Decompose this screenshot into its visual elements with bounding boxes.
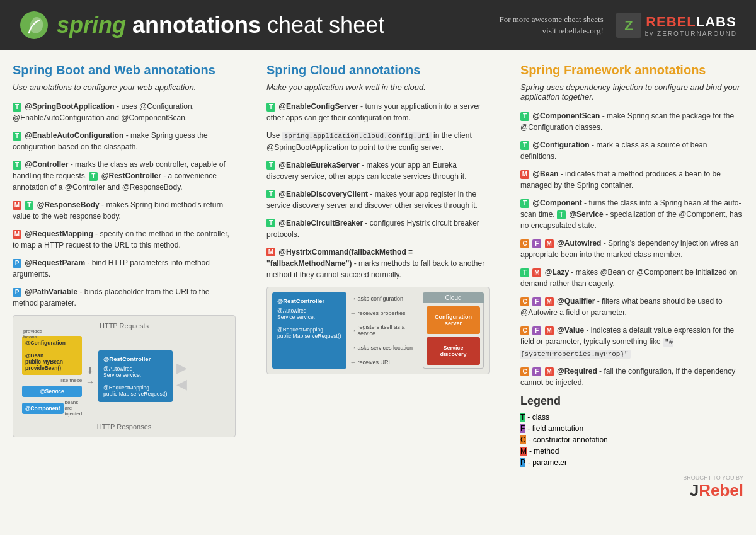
rebel-text: REBEL [646, 14, 696, 30]
brought-to-you: BROUGHT TO YOU BY [520, 475, 743, 481]
entry-responsebody: M T @ResponseBody - makes Spring bind me… [13, 199, 236, 222]
rebel-logo-text: Rebel [699, 481, 743, 500]
j-letter: J [690, 481, 699, 500]
header: spring annotations cheat sheet For more … [0, 0, 756, 50]
service-box: @Service [22, 386, 82, 397]
col2-title: Spring Cloud annotations [266, 63, 490, 78]
big-arrow-left-icon: ◀ [176, 376, 187, 393]
registers-text: registers itself as a service [358, 324, 419, 337]
cloud-diagram: @RestController @Autowired Service servi… [266, 287, 490, 374]
badge-M: M [13, 201, 21, 210]
service-discovery-box: Servicediscovery [427, 337, 480, 365]
asks-config-row: → asks configuration [350, 295, 419, 302]
badge-M: M [266, 248, 275, 256]
entry-springbootapplication: T @SpringBootApplication - uses @Configu… [13, 101, 236, 124]
cheat-sheet-word: cheat sheet [267, 12, 384, 38]
cloud-diagram-inner: @RestController @Autowired Service servi… [272, 292, 484, 369]
jrebel-logo: JRebel [520, 481, 743, 500]
entry-pathvariable: P @PathVariable - binds placeholder from… [13, 286, 236, 309]
col-divider-1 [251, 63, 251, 500]
badge-C-legend: C [520, 435, 526, 444]
col3-subtitle: Spring uses dependency injection to conf… [520, 83, 743, 101]
cloud-autowired: @Autowired [277, 308, 341, 314]
badge-T: T [25, 201, 33, 210]
receives-url-text: receives URL [358, 359, 392, 365]
labs-text: LABS [696, 14, 736, 30]
badge-M-legend: M [520, 447, 527, 456]
tagline: For more awesome cheat sheets visit rebe… [499, 14, 603, 37]
legend-title: Legend [520, 394, 743, 408]
badge-C: C [520, 326, 529, 335]
col3-title: Spring Framework annotations [520, 63, 743, 78]
diagram-content: providesbeans @Configuration@Beanpublic … [20, 333, 229, 419]
entry-qualifier: C F M @Qualifier - filters what beans sh… [520, 296, 743, 318]
badge-F: F [532, 367, 541, 376]
jrebel-section: BROUGHT TO YOU BY JRebel [520, 475, 743, 500]
badge-M: M [532, 268, 541, 277]
badge-T: T [89, 172, 98, 181]
diagram-left-group: providesbeans @Configuration@Beanpublic … [22, 336, 82, 417]
rest-controller-box: @RestController @Autowired Service servi… [98, 350, 173, 402]
badge-T: T [520, 141, 529, 150]
legend-section: Legend T - class F - field annotation C … [520, 394, 743, 467]
spring-word: spring [57, 12, 126, 38]
big-arrow-right-icon: ▶ [176, 360, 187, 376]
spring-logo-icon [19, 10, 49, 40]
entry-hystrixcommand: M @HystrixCommand(fallbackMethod = "fall… [266, 246, 490, 280]
registers-row: → registers itself as a service [350, 324, 419, 337]
tagline-line1: For more awesome cheat sheets [499, 14, 603, 25]
badge-M: M [545, 239, 554, 248]
rest-controller-title: @RestController [103, 355, 168, 362]
service-line: Service service; [103, 372, 168, 378]
receives-props-text: receives properties [358, 310, 406, 316]
legend-T: T - class [520, 413, 743, 422]
badge-C: C [520, 297, 529, 306]
entry-enableautoconfiguration: T @EnableAutoConfiguration - make Spring… [13, 130, 236, 152]
arrow-right-location-icon: → [350, 344, 357, 351]
legend-C-text: - constructor annotation [529, 435, 608, 444]
entry-controller: T @Controller - marks the class as web c… [13, 159, 236, 193]
badge-C: C [520, 367, 529, 376]
badge-T: T [266, 103, 275, 112]
legend-F: F - field annotation [520, 424, 743, 433]
badge-P: P [13, 259, 21, 268]
main-content: Spring Boot and Web annotations Use anno… [0, 50, 756, 507]
legend-P: P - parameter [520, 458, 743, 467]
badge-M: M [520, 170, 529, 179]
badge-T: T [520, 268, 529, 277]
badge-F-legend: F [520, 424, 525, 433]
badge-T: T [520, 112, 529, 121]
rebel-labs-sub: by ZEROTURNAROUND [645, 30, 737, 37]
entry-requestmapping: M @RequestMapping - specify on the metho… [13, 228, 236, 251]
asks-location-row: → asks services location [350, 344, 419, 351]
badge-T: T [13, 161, 21, 170]
diagram-label-top: HTTP Requests [20, 322, 229, 330]
cloud-label: Cloud [423, 292, 484, 303]
requestmapping-line: @RequestMapping [103, 384, 168, 391]
badge-F: F [532, 326, 541, 335]
cloud-services: Configurationserver Servicediscovery [423, 303, 484, 369]
header-right: For more awesome cheat sheets visit rebe… [499, 13, 737, 38]
badge-F: F [532, 297, 541, 306]
rebellabs-icon: Z [616, 13, 641, 38]
legend-M: M - method [520, 447, 743, 456]
cloud-right: Cloud Configurationserver Servicediscove… [423, 292, 484, 369]
badge-T: T [266, 161, 275, 170]
serverequest-line: public Map serveRequest() [103, 391, 168, 397]
col1-subtitle: Use annotations to configure your web ap… [13, 83, 236, 92]
arrow-down2-icon: → [86, 377, 94, 387]
legend-T-text: - class [527, 413, 549, 422]
receives-url-row: ← receives URL [350, 359, 419, 365]
legend-F-text: - field annotation [527, 424, 583, 433]
asks-location-text: asks services location [358, 345, 413, 351]
badge-T-legend: T [520, 413, 525, 422]
annotations-word: annotations [132, 12, 261, 38]
cloud-config-note: Use spring.application.cloud.config.uri … [266, 130, 490, 153]
badge-T: T [520, 199, 529, 208]
col2-subtitle: Make you application work well in the cl… [266, 83, 490, 92]
cloud-service: Service service; [277, 314, 341, 320]
badge-T: T [266, 219, 275, 227]
header-title: spring annotations cheat sheet [57, 12, 384, 38]
badge-C: C [520, 239, 529, 248]
entry-componentscan: T @ComponentScan - make Spring scan the … [520, 110, 743, 133]
